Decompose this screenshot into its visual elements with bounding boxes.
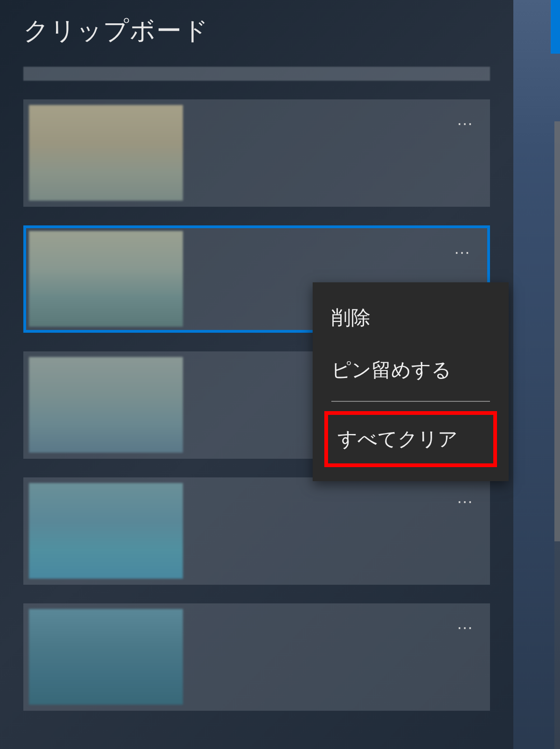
menu-clear-all[interactable]: すべてクリア xyxy=(324,411,497,467)
clipboard-item[interactable]: … xyxy=(23,603,490,711)
context-menu: 削除 ピン留めする すべてクリア xyxy=(313,282,509,481)
accent-strip xyxy=(551,0,560,54)
clipboard-item[interactable]: … xyxy=(23,99,490,207)
more-icon[interactable]: … xyxy=(456,615,476,632)
clipboard-panel: クリップボード … … … … … 削除 ピン留めする すべてクリア xyxy=(0,0,513,749)
item-thumbnail xyxy=(29,231,183,327)
menu-delete[interactable]: 削除 xyxy=(313,292,509,344)
menu-pin[interactable]: ピン留めする xyxy=(313,344,509,396)
panel-divider xyxy=(23,67,490,81)
item-thumbnail xyxy=(29,105,183,201)
more-icon[interactable]: … xyxy=(456,489,476,506)
more-icon[interactable]: … xyxy=(454,240,473,257)
item-thumbnail xyxy=(29,483,183,579)
more-icon[interactable]: … xyxy=(456,111,476,128)
scrollbar-thumb[interactable] xyxy=(554,121,560,541)
window-edge xyxy=(513,0,560,749)
panel-title: クリップボード xyxy=(23,14,490,48)
clipboard-item[interactable]: … xyxy=(23,477,490,585)
item-thumbnail xyxy=(29,357,183,453)
item-thumbnail xyxy=(29,609,183,705)
menu-separator xyxy=(331,401,490,402)
